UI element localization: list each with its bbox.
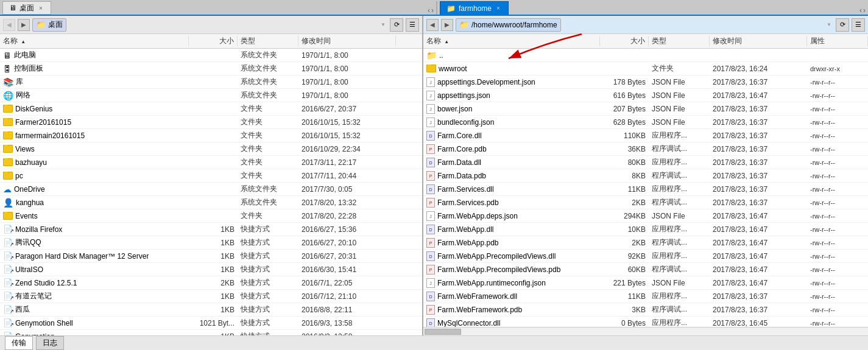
right-col-modified[interactable]: 修改时间 <box>710 36 807 46</box>
farmhome-icon: 📁 <box>446 4 456 13</box>
left-col-size[interactable]: 大小 <box>189 36 238 46</box>
right-address-label: /home/wwwroot/farmhome <box>471 21 557 29</box>
right-h-scrollbar[interactable] <box>423 327 868 335</box>
right-address-bar: ◀ ▶ 📁 /home/wwwroot/farmhome ▼ ⟳ ☰ <box>423 16 868 34</box>
left-list-item[interactable]: 📄↗ 有道云笔记 1KB 快捷方式 2016/7/12, 21:10 <box>0 290 422 303</box>
left-list-item[interactable]: 🖥 此电脑 系统文件夹 1970/1/1, 8:00 <box>0 49 422 62</box>
folder-icon-right-address: 📁 <box>459 20 469 29</box>
right-list-item[interactable]: P Farm.WebApp.PrecompiledViews.pdb 60KB … <box>423 263 868 276</box>
left-list-item[interactable]: 👤 kanghua 系统文件夹 2017/8/20, 13:32 <box>0 196 422 209</box>
left-column-headers: 名称 ▲ 大小 类型 修改时间 <box>0 34 422 49</box>
left-refresh-button[interactable]: ⟳ <box>390 18 403 32</box>
right-file-list[interactable]: 📁 .. wwwroot 文件夹 2017/8/23, 16:24 drwxr-… <box>423 49 868 327</box>
left-list-item[interactable]: DiskGenius 文件夹 2016/6/27, 20:37 <box>0 102 422 116</box>
right-list-item[interactable]: wwwroot 文件夹 2017/8/23, 16:24 drwxr-xr-x <box>423 62 868 75</box>
right-refresh-button[interactable]: ⟳ <box>836 18 849 32</box>
right-list-item[interactable]: J Farm.WebApp.deps.json 294KB JSON File … <box>423 209 868 223</box>
right-column-headers: 名称 ▲ 大小 类型 修改时间 属性 <box>423 34 868 49</box>
left-list-item[interactable]: 📄↗ Mozilla Firefox 1KB 快捷方式 2016/6/27, 1… <box>0 223 422 236</box>
left-file-list[interactable]: 🖥 此电脑 系统文件夹 1970/1/1, 8:00 🎛 控制面板 系统文件夹 … <box>0 49 422 335</box>
right-list-item[interactable]: 📁 .. <box>423 49 868 62</box>
right-forward-button[interactable]: ▶ <box>441 19 453 31</box>
right-pane: ◀ ▶ 📁 /home/wwwroot/farmhome ▼ ⟳ ☰ <box>423 16 868 335</box>
right-list-item[interactable]: P Farm.Core.pdb 36KB 程序调试... 2017/8/23, … <box>423 142 868 156</box>
right-list-item[interactable]: J bundleconfig.json 628 Bytes JSON File … <box>423 116 868 129</box>
left-back-button[interactable]: ◀ <box>3 19 15 31</box>
left-list-item[interactable]: 📄↗ Genymotion Shell 1021 Byt... 快捷方式 201… <box>0 317 422 330</box>
left-prev-icon[interactable]: ‹ <box>428 6 430 15</box>
left-list-item[interactable]: 📄↗ Zend Studio 12.5.1 2KB 快捷方式 2016/7/1,… <box>0 276 422 290</box>
right-list-item[interactable]: P Farm.Services.pdb 2KB 程序调试... 2017/8/2… <box>423 196 868 209</box>
left-forward-button[interactable]: ▶ <box>18 19 30 31</box>
right-list-item[interactable]: D Farm.Services.dll 11KB 应用程序... 2017/8/… <box>423 183 868 196</box>
right-list-item[interactable]: P Farm.WebFramework.pdb 3KB 程序调试... 2017… <box>423 303 868 317</box>
right-list-item[interactable]: P Farm.WebApp.pdb 2KB 程序调试... 2017/8/23,… <box>423 236 868 250</box>
left-address-label: 桌面 <box>48 19 63 30</box>
left-list-item[interactable]: pc 文件夹 2017/7/11, 20:44 <box>0 169 422 183</box>
tab-farmhome[interactable]: 📁 farmhome × <box>440 1 509 15</box>
right-list-item[interactable]: J Farm.WebApp.runtimeconfig.json 221 Byt… <box>423 276 868 290</box>
right-col-size[interactable]: 大小 <box>600 36 649 46</box>
left-list-item[interactable]: Views 文件夹 2016/10/29, 22:34 <box>0 142 422 156</box>
left-col-name[interactable]: 名称 ▲ <box>0 36 189 46</box>
right-col-attr[interactable]: 属性 <box>807 36 868 46</box>
left-list-item[interactable]: bazhuayu 文件夹 2017/3/11, 22:17 <box>0 156 422 169</box>
status-tab-log[interactable]: 日志 <box>36 336 64 350</box>
left-list-item[interactable]: 📄↗ 腾讯QQ 1KB 快捷方式 2016/6/27, 20:10 <box>0 236 422 250</box>
left-address-bar: ◀ ▶ 📁 桌面 ▼ ⟳ ☰ <box>0 16 422 34</box>
right-list-item[interactable]: D MySqlConnector.dll 0 Bytes 应用程序... 201… <box>423 317 868 327</box>
tab-desktop-label: 桌面 <box>19 3 34 13</box>
left-list-item[interactable]: 🌐 网络 系统文件夹 1970/1/1, 8:00 <box>0 89 422 102</box>
tab-farmhome-close[interactable]: × <box>495 4 502 12</box>
left-next-icon[interactable]: › <box>431 6 434 15</box>
status-bar: 传输 日志 <box>0 335 868 350</box>
status-tab-transfer[interactable]: 传输 <box>5 336 33 350</box>
right-list-item[interactable]: D Farm.WebApp.dll 10KB 应用程序... 2017/8/23… <box>423 223 868 236</box>
right-list-item[interactable]: P Farm.Data.pdb 8KB 程序调试... 2017/8/23, 1… <box>423 169 868 183</box>
right-list-item[interactable]: D Farm.WebFramework.dll 11KB 应用程序... 201… <box>423 290 868 303</box>
left-list-item[interactable]: 📄↗ UltraISO 1KB 快捷方式 2016/6/30, 15:41 <box>0 263 422 276</box>
right-list-item[interactable]: J appsettings.Development.json 178 Bytes… <box>423 75 868 89</box>
left-list-item[interactable]: 📚 库 系统文件夹 1970/1/1, 8:00 <box>0 75 422 89</box>
tab-farmhome-label: farmhome <box>459 4 492 13</box>
main-container: 🖥 桌面 × ‹ › 📁 farmhome × ‹ › <box>0 0 868 350</box>
left-list-item[interactable]: Events 文件夹 2017/8/20, 22:28 <box>0 209 422 223</box>
right-list-item[interactable]: D Farm.Data.dll 80KB 应用程序... 2017/8/23, … <box>423 156 868 169</box>
left-list-item[interactable]: Farmer20161015 文件夹 2016/10/15, 15:32 <box>0 116 422 129</box>
left-list-item[interactable]: 📄↗ Genymotion 1KB 快捷方式 2016/9/3, 13:58 <box>0 330 422 335</box>
left-col-modified[interactable]: 修改时间 <box>298 36 396 46</box>
left-list-item[interactable]: 🎛 控制面板 系统文件夹 1970/1/1, 8:00 <box>0 62 422 75</box>
right-list-item[interactable]: J bower.json 207 Bytes JSON File 2017/8/… <box>423 102 868 116</box>
left-list-item[interactable]: farmermain20161015 文件夹 2016/10/15, 15:32 <box>0 129 422 142</box>
left-list-item[interactable]: ☁ OneDrive 系统文件夹 2017/7/30, 0:05 <box>0 183 422 196</box>
left-pane: ◀ ▶ 📁 桌面 ▼ ⟳ ☰ 名称 ▲ 大小 <box>0 16 423 335</box>
right-list-item[interactable]: D Farm.Core.dll 110KB 应用程序... 2017/8/23,… <box>423 129 868 142</box>
left-col-type[interactable]: 类型 <box>238 36 298 46</box>
right-back-button[interactable]: ◀ <box>426 19 439 31</box>
right-h-scroll-thumb[interactable] <box>425 329 461 335</box>
tab-desktop-close[interactable]: × <box>37 4 44 12</box>
desktop-icon: 🖥 <box>9 4 16 12</box>
right-prev-icon[interactable]: ‹ <box>859 6 862 15</box>
left-settings-button[interactable]: ☰ <box>406 18 419 32</box>
right-col-type[interactable]: 类型 <box>649 36 710 46</box>
left-list-item[interactable]: 📄↗ Paragon Hard Disk Manager™ 12 Server … <box>0 250 422 263</box>
right-settings-button[interactable]: ☰ <box>852 18 865 32</box>
right-next-icon[interactable]: › <box>863 6 866 15</box>
right-list-item[interactable]: D Farm.WebApp.PrecompiledViews.dll 92KB … <box>423 250 868 263</box>
right-col-name[interactable]: 名称 ▲ <box>423 36 600 46</box>
left-list-item[interactable]: 📄↗ 西瓜 1KB 快捷方式 2016/8/8, 22:11 <box>0 303 422 317</box>
tab-desktop[interactable]: 🖥 桌面 × <box>2 1 51 15</box>
right-list-item[interactable]: J appsettings.json 616 Bytes JSON File 2… <box>423 89 868 102</box>
folder-icon-address: 📁 <box>36 20 46 29</box>
